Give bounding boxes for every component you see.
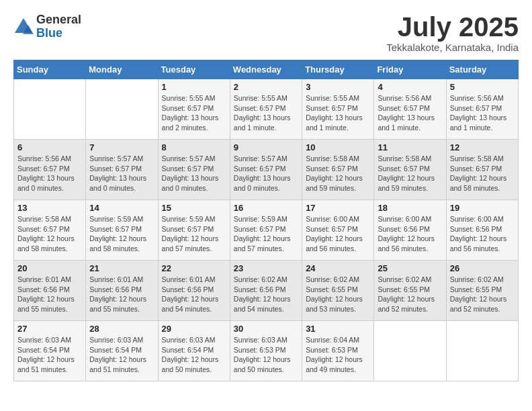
day-info: Sunrise: 6:00 AM Sunset: 6:56 PM Dayligh… (378, 214, 442, 254)
day-info: Sunrise: 6:02 AM Sunset: 6:56 PM Dayligh… (234, 275, 298, 314)
day-info: Sunrise: 6:03 AM Sunset: 6:54 PM Dayligh… (89, 335, 154, 375)
calendar-cell (14, 79, 86, 140)
day-info: Sunrise: 5:57 AM Sunset: 6:57 PM Dayligh… (89, 154, 154, 193)
day-number: 14 (89, 203, 154, 213)
day-number: 20 (17, 263, 82, 273)
day-number: 27 (17, 324, 82, 334)
calendar-cell: 15Sunrise: 5:59 AM Sunset: 6:57 PM Dayli… (158, 200, 230, 261)
day-number: 7 (89, 142, 154, 152)
weekday-header: Saturday (446, 60, 518, 79)
day-info: Sunrise: 6:02 AM Sunset: 6:55 PM Dayligh… (306, 275, 370, 314)
day-info: Sunrise: 5:57 AM Sunset: 6:57 PM Dayligh… (234, 154, 298, 193)
day-info: Sunrise: 6:01 AM Sunset: 6:56 PM Dayligh… (162, 275, 226, 314)
calendar-cell: 3Sunrise: 5:55 AM Sunset: 6:57 PM Daylig… (302, 79, 374, 140)
calendar-cell: 5Sunrise: 5:56 AM Sunset: 6:57 PM Daylig… (446, 79, 518, 140)
day-number: 8 (162, 142, 226, 152)
day-number: 3 (306, 82, 370, 92)
day-info: Sunrise: 5:56 AM Sunset: 6:57 PM Dayligh… (450, 93, 515, 133)
day-info: Sunrise: 6:01 AM Sunset: 6:56 PM Dayligh… (89, 275, 154, 314)
day-number: 31 (306, 324, 370, 334)
day-number: 13 (17, 203, 82, 213)
day-number: 25 (378, 263, 442, 273)
calendar-cell: 25Sunrise: 6:02 AM Sunset: 6:55 PM Dayli… (374, 261, 446, 321)
day-number: 18 (378, 203, 442, 213)
calendar-cell: 2Sunrise: 5:55 AM Sunset: 6:57 PM Daylig… (230, 79, 302, 140)
calendar-cell: 28Sunrise: 6:03 AM Sunset: 6:54 PM Dayli… (86, 321, 158, 381)
calendar-cell: 24Sunrise: 6:02 AM Sunset: 6:55 PM Dayli… (302, 261, 374, 321)
day-number: 12 (450, 142, 515, 152)
day-number: 16 (234, 203, 298, 213)
calendar-cell: 29Sunrise: 6:03 AM Sunset: 6:54 PM Dayli… (158, 321, 230, 381)
day-number: 1 (162, 82, 226, 92)
calendar-cell (446, 321, 518, 381)
title-block: July 2025 Tekkalakote, Karnataka, India (386, 13, 519, 53)
calendar-cell: 17Sunrise: 6:00 AM Sunset: 6:57 PM Dayli… (302, 200, 374, 261)
day-info: Sunrise: 5:59 AM Sunset: 6:57 PM Dayligh… (162, 214, 226, 254)
weekday-header: Thursday (302, 60, 374, 79)
calendar-cell: 18Sunrise: 6:00 AM Sunset: 6:56 PM Dayli… (374, 200, 446, 261)
day-number: 9 (234, 142, 298, 152)
calendar-cell (374, 321, 446, 381)
day-info: Sunrise: 5:55 AM Sunset: 6:57 PM Dayligh… (162, 93, 226, 133)
calendar-cell: 27Sunrise: 6:03 AM Sunset: 6:54 PM Dayli… (14, 321, 86, 381)
day-number: 2 (234, 82, 298, 92)
location: Tekkalakote, Karnataka, India (386, 42, 519, 53)
day-number: 17 (306, 203, 370, 213)
day-info: Sunrise: 6:00 AM Sunset: 6:57 PM Dayligh… (306, 214, 370, 254)
calendar-cell: 26Sunrise: 6:02 AM Sunset: 6:55 PM Dayli… (446, 261, 518, 321)
day-number: 23 (234, 263, 298, 273)
day-info: Sunrise: 5:59 AM Sunset: 6:57 PM Dayligh… (89, 214, 154, 254)
day-info: Sunrise: 6:02 AM Sunset: 6:55 PM Dayligh… (450, 275, 515, 314)
day-info: Sunrise: 5:58 AM Sunset: 6:57 PM Dayligh… (378, 154, 442, 193)
day-info: Sunrise: 5:56 AM Sunset: 6:57 PM Dayligh… (17, 154, 82, 193)
day-number: 6 (17, 142, 82, 152)
day-info: Sunrise: 5:57 AM Sunset: 6:57 PM Dayligh… (162, 154, 226, 193)
day-info: Sunrise: 6:03 AM Sunset: 6:54 PM Dayligh… (162, 335, 226, 375)
logo-line2: Blue (36, 27, 81, 40)
calendar-cell: 13Sunrise: 5:58 AM Sunset: 6:57 PM Dayli… (14, 200, 86, 261)
calendar-cell: 31Sunrise: 6:04 AM Sunset: 6:53 PM Dayli… (302, 321, 374, 381)
day-number: 26 (450, 263, 515, 273)
day-info: Sunrise: 6:00 AM Sunset: 6:56 PM Dayligh… (450, 214, 515, 254)
calendar-cell (86, 79, 158, 140)
day-info: Sunrise: 5:58 AM Sunset: 6:57 PM Dayligh… (17, 214, 82, 254)
logo: General Blue (13, 13, 81, 40)
calendar-cell: 4Sunrise: 5:56 AM Sunset: 6:57 PM Daylig… (374, 79, 446, 140)
day-info: Sunrise: 5:59 AM Sunset: 6:57 PM Dayligh… (234, 214, 298, 254)
day-number: 5 (450, 82, 515, 92)
weekday-header: Friday (374, 60, 446, 79)
day-info: Sunrise: 6:02 AM Sunset: 6:55 PM Dayligh… (378, 275, 442, 314)
day-number: 24 (306, 263, 370, 273)
calendar-cell: 16Sunrise: 5:59 AM Sunset: 6:57 PM Dayli… (230, 200, 302, 261)
calendar-cell: 10Sunrise: 5:58 AM Sunset: 6:57 PM Dayli… (302, 140, 374, 200)
calendar-cell: 6Sunrise: 5:56 AM Sunset: 6:57 PM Daylig… (14, 140, 86, 200)
day-number: 11 (378, 142, 442, 152)
logo-text: General Blue (36, 13, 81, 40)
day-number: 21 (89, 263, 154, 273)
calendar-cell: 12Sunrise: 5:58 AM Sunset: 6:57 PM Dayli… (446, 140, 518, 200)
calendar-cell: 23Sunrise: 6:02 AM Sunset: 6:56 PM Dayli… (230, 261, 302, 321)
day-number: 22 (162, 263, 226, 273)
weekday-header: Wednesday (230, 60, 302, 79)
day-info: Sunrise: 5:56 AM Sunset: 6:57 PM Dayligh… (378, 93, 442, 133)
day-number: 4 (378, 82, 442, 92)
calendar-cell: 11Sunrise: 5:58 AM Sunset: 6:57 PM Dayli… (374, 140, 446, 200)
day-info: Sunrise: 6:03 AM Sunset: 6:53 PM Dayligh… (234, 335, 298, 375)
calendar-cell: 20Sunrise: 6:01 AM Sunset: 6:56 PM Dayli… (14, 261, 86, 321)
day-info: Sunrise: 6:04 AM Sunset: 6:53 PM Dayligh… (306, 335, 370, 375)
day-info: Sunrise: 5:55 AM Sunset: 6:57 PM Dayligh… (306, 93, 370, 133)
calendar-cell: 8Sunrise: 5:57 AM Sunset: 6:57 PM Daylig… (158, 140, 230, 200)
day-number: 30 (234, 324, 298, 334)
calendar-cell: 22Sunrise: 6:01 AM Sunset: 6:56 PM Dayli… (158, 261, 230, 321)
calendar-table: SundayMondayTuesdayWednesdayThursdayFrid… (13, 60, 519, 381)
month-title: July 2025 (386, 13, 519, 40)
day-number: 10 (306, 142, 370, 152)
calendar-cell: 14Sunrise: 5:59 AM Sunset: 6:57 PM Dayli… (86, 200, 158, 261)
day-number: 15 (162, 203, 226, 213)
calendar-cell: 30Sunrise: 6:03 AM Sunset: 6:53 PM Dayli… (230, 321, 302, 381)
calendar-cell: 7Sunrise: 5:57 AM Sunset: 6:57 PM Daylig… (86, 140, 158, 200)
calendar-cell: 9Sunrise: 5:57 AM Sunset: 6:57 PM Daylig… (230, 140, 302, 200)
logo-icon (13, 17, 34, 37)
calendar-cell: 19Sunrise: 6:00 AM Sunset: 6:56 PM Dayli… (446, 200, 518, 261)
day-number: 19 (450, 203, 515, 213)
